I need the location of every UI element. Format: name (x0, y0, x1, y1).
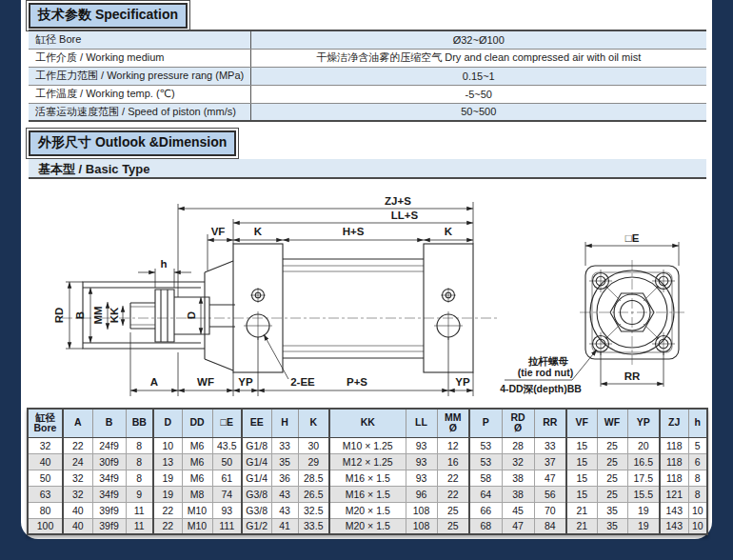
column-header: DD (182, 409, 212, 437)
table-cell: G3/8 (242, 486, 271, 502)
column-header: WF (597, 409, 627, 437)
section-title-specification: 技术参数 Specification (29, 3, 188, 29)
table-cell: 15.5 (627, 486, 660, 502)
table-cell: G1/2 (242, 518, 271, 534)
table-cell: 32 (63, 470, 92, 486)
table-cell: 36 (271, 470, 298, 486)
datasheet-card: 技术参数 Specification 缸径 BoreØ32~Ø100工作介质 /… (21, 0, 712, 539)
column-header: 缸径 Bore (28, 409, 63, 437)
table-cell: 15 (566, 470, 597, 486)
table-cell: 15 (566, 486, 597, 502)
table-cell: 32 (502, 453, 534, 470)
table-cell: 39f9 (92, 518, 126, 534)
table-cell: M6 (182, 437, 212, 453)
table-cell: 93 (406, 437, 437, 453)
table-cell: G1/4 (242, 453, 271, 470)
table-cell: 32 (28, 437, 63, 453)
dim-label-ll-s: LL+S (391, 210, 419, 221)
table-cell: 40 (28, 453, 63, 470)
table-cell: 11 (126, 518, 153, 534)
table-cell: 93 (212, 502, 242, 518)
table-row: 503234f9819M661G1/43628.5M16 × 1.5932258… (28, 470, 707, 486)
table-cell: 16.5 (627, 453, 660, 470)
table-cell: 工作介质 / Working medium (29, 49, 250, 67)
side-view-outline (83, 244, 473, 372)
table-cell: 11 (126, 502, 153, 518)
table-cell: 118 (660, 453, 688, 470)
table-cell: 工作温度 / Working temp. (℃) (29, 85, 250, 103)
table-row: 402430f9813M650G1/43529M12 × 1.259316533… (28, 453, 707, 470)
dim-label-yp-right: YP (455, 376, 470, 388)
table-row: 工作压力范围 / Working pressure rang (MPa)0.15… (29, 67, 706, 85)
table-cell: M20 × 1.5 (329, 502, 406, 518)
dim-label-a: A (150, 376, 158, 388)
table-cell: 108 (406, 502, 437, 518)
table-cell: G1/8 (242, 437, 271, 453)
cylinder-dimension-drawing: ZJ+S LL+S VF K H+S K h RD B MM KK D A WF… (24, 175, 709, 404)
dim-label-h: h (160, 258, 167, 270)
table-cell: 5 (688, 437, 707, 453)
table-cell: 43.5 (212, 437, 242, 453)
table-cell: G3/8 (242, 502, 271, 518)
table-cell: 38 (502, 486, 534, 502)
table-cell: 111 (212, 518, 242, 534)
table-cell: 40 (63, 518, 92, 534)
tie-rod-nut-label-en: (tie rod nut) (518, 367, 573, 378)
table-row: 工作温度 / Working temp. (℃)-5~50 (29, 85, 706, 103)
table-cell: 19 (627, 518, 660, 534)
table-cell: 8 (688, 486, 707, 502)
column-header: A (63, 409, 92, 437)
table-cell: M16 × 1.5 (329, 470, 406, 486)
dim-label-k-right: K (445, 226, 453, 237)
dim-label-mm: MM (92, 306, 104, 324)
dim-label-rr: RR (624, 370, 641, 382)
table-cell: 56 (534, 486, 566, 502)
table-cell: 80 (28, 502, 63, 518)
column-header: D (153, 409, 182, 437)
column-header: P (469, 409, 502, 437)
table-cell: M6 (182, 453, 212, 470)
table-cell: 22 (437, 486, 469, 502)
column-header: K (298, 409, 329, 437)
table-cell: 28.5 (298, 470, 329, 486)
table-cell: 19 (153, 486, 182, 502)
dim-label-b: B (74, 311, 86, 319)
table-cell: 143 (660, 502, 688, 518)
dimension-table: 缸径 BoreABBBDDD□EEEHKKKLLMM ØPRD ØRRVFWFY… (27, 408, 708, 535)
table-cell: 24f9 (92, 437, 126, 453)
table-cell: 30f9 (92, 453, 126, 470)
table-cell: 10 (153, 437, 182, 453)
column-header: BB (126, 409, 153, 437)
table-cell: 63 (28, 486, 63, 502)
table-cell: 58 (469, 470, 502, 486)
column-header: RR (534, 409, 566, 437)
column-header: H (271, 409, 298, 437)
table-row: 633234f9919M874G3/84326.5M16 × 1.5962264… (28, 486, 707, 502)
table-cell: 143 (660, 518, 688, 534)
table-cell: M20 × 1.5 (329, 518, 406, 534)
table-cell: 17.5 (627, 470, 660, 486)
table-cell: M16 × 1.5 (329, 486, 406, 502)
table-row: 322224f9810M643.5G1/83330M10 × 1.2593125… (28, 437, 707, 453)
table-cell: 26.5 (298, 486, 329, 502)
header-row: 缸径 BoreABBBDDD□EEEHKKKLLMM ØPRD ØRRVFWFY… (28, 409, 707, 437)
table-cell: 21 (566, 502, 597, 518)
dim-label-yp-left: YP (238, 376, 253, 388)
table-cell: 68 (469, 518, 502, 534)
table-cell: M6 (182, 470, 212, 486)
table-cell: 74 (212, 486, 242, 502)
table-cell: 6 (688, 453, 707, 470)
table-cell: 活塞运动速度范围 / Speed of piston (mm/s) (29, 103, 250, 121)
dim-label-d: D (186, 311, 197, 319)
table-cell: 8 (126, 453, 153, 470)
table-cell: 35 (597, 502, 627, 518)
table-cell: 37 (534, 453, 566, 470)
table-cell: 20 (627, 437, 660, 453)
table-cell: 0.15~1 (250, 67, 706, 85)
table-cell: 64 (469, 486, 502, 502)
table-cell: 8 (126, 437, 153, 453)
table-cell: 35 (597, 518, 627, 534)
table-cell: 缸径 Bore (29, 30, 250, 49)
table-cell: 15 (566, 453, 597, 470)
dd-depth-label: 4-DD深(depth)BB (500, 383, 582, 394)
